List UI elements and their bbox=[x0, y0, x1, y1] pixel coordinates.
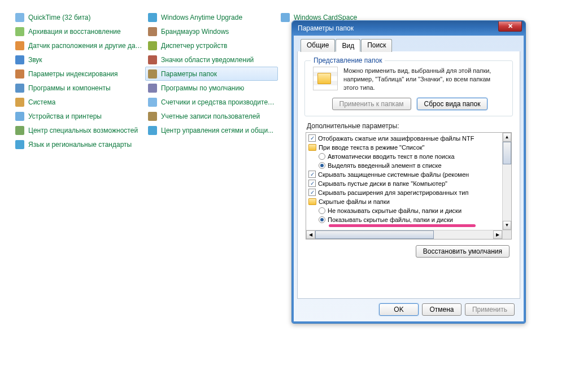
cp-item-sensors[interactable]: Датчик расположения и другие дат... bbox=[12, 38, 145, 53]
tree-row-label: Отображать сжатые или зашифрованные файл… bbox=[318, 135, 474, 142]
cp-item-region[interactable]: Язык и региональные стандарты bbox=[12, 137, 145, 151]
cp-item-label: Система bbox=[28, 98, 55, 106]
tab-label: Общие bbox=[307, 41, 329, 49]
tree-row[interactable]: Отображать сжатые или зашифрованные файл… bbox=[308, 134, 510, 143]
radio[interactable] bbox=[319, 207, 325, 214]
reset-folders-button[interactable]: Сброс вида папок bbox=[417, 98, 488, 110]
cp-item-default-programs[interactable]: Программы по умолчанию bbox=[145, 81, 278, 95]
notification-icon bbox=[147, 55, 158, 65]
cp-item-network[interactable]: Центр управления сетями и общи... bbox=[145, 123, 278, 137]
window-title: Параметры папок bbox=[295, 24, 354, 32]
cp-item-label: Центр специальных возможностей bbox=[28, 127, 138, 134]
tree-row[interactable]: Показывать скрытые файлы, папки и диски bbox=[308, 215, 510, 224]
tree-row[interactable]: Автоматически вводить текст в поле поиск… bbox=[308, 152, 510, 161]
tree-row[interactable]: Скрывать пустые диски в папке "Компьютер… bbox=[308, 179, 510, 188]
tree-row[interactable]: Скрывать защищенные системные файлы (рек… bbox=[308, 170, 510, 179]
tree-row[interactable]: Выделять введенный элемент в списке bbox=[308, 161, 510, 170]
cp-item-label: Звук bbox=[28, 56, 42, 64]
device-manager-icon bbox=[147, 41, 158, 51]
tree-row-label: Скрывать расширения для зарегистрированн… bbox=[318, 189, 468, 196]
tab-search[interactable]: Поиск bbox=[361, 39, 392, 52]
tree-row-label: Автоматически вводить текст в поле поиск… bbox=[328, 153, 455, 160]
cp-item-label: Брандмауэр Windows bbox=[161, 28, 229, 36]
cp-item-label: Параметры индексирования bbox=[28, 70, 117, 78]
cp-item-users[interactable]: Учетные записи пользователей bbox=[145, 109, 278, 123]
sensor-icon bbox=[15, 41, 25, 51]
sound-icon bbox=[15, 55, 25, 65]
folder-icon bbox=[308, 198, 316, 205]
cardspace-icon bbox=[280, 12, 290, 23]
tree-row[interactable]: Скрывать расширения для зарегистрированн… bbox=[308, 188, 510, 197]
cp-item-label: Устройства и принтеры bbox=[28, 112, 102, 120]
checkbox[interactable] bbox=[308, 134, 316, 142]
tab-label: Поиск bbox=[367, 41, 386, 49]
button-label: Восстановить умолчания bbox=[423, 247, 502, 255]
apply-button[interactable]: Применить bbox=[465, 303, 515, 316]
cp-column-1: QuickTime (32 бита) Архивация и восстано… bbox=[12, 10, 145, 151]
cp-item-label: Windows Anytime Upgrade bbox=[161, 14, 242, 21]
hscroll-thumb[interactable] bbox=[315, 230, 434, 239]
cp-item-devices[interactable]: Устройства и принтеры bbox=[12, 109, 145, 123]
tree-row-label: Скрывать пустые диски в папке "Компьютер… bbox=[318, 180, 447, 187]
tree-row[interactable]: Не показывать скрытые файлы, папки и дис… bbox=[308, 206, 510, 215]
cp-item-ease-access[interactable]: Центр специальных возможностей bbox=[12, 123, 145, 137]
ok-button[interactable]: OK bbox=[379, 303, 419, 316]
scroll-right-button[interactable]: ▶ bbox=[493, 230, 502, 239]
cp-item-system[interactable]: Система bbox=[12, 95, 145, 109]
horizontal-scrollbar[interactable]: ◀ ▶ bbox=[306, 230, 502, 239]
tree-row[interactable]: Скрытые файлы и папки bbox=[308, 197, 510, 206]
radio[interactable] bbox=[319, 162, 325, 169]
tree-row-label: Показывать скрытые файлы, папки и диски bbox=[328, 216, 453, 223]
advanced-settings-tree[interactable]: Отображать сжатые или зашифрованные файл… bbox=[306, 132, 512, 239]
tree-row-label: При вводе текста в режиме "Список" bbox=[319, 144, 424, 151]
cp-item-anytime[interactable]: Windows Anytime Upgrade bbox=[145, 10, 278, 24]
scroll-thumb[interactable] bbox=[503, 142, 511, 164]
backup-icon bbox=[15, 27, 25, 37]
tab-content: Представление папок Можно применить вид,… bbox=[297, 51, 520, 299]
cp-item-label: Архивация и восстановление bbox=[28, 28, 121, 36]
cp-item-programs[interactable]: Программы и компоненты bbox=[12, 81, 145, 95]
cp-item-sound[interactable]: Звук bbox=[12, 53, 145, 67]
system-icon bbox=[15, 97, 25, 107]
scroll-down-button[interactable]: ▼ bbox=[503, 221, 511, 230]
checkbox[interactable] bbox=[308, 180, 316, 187]
cp-item-indexing[interactable]: Параметры индексирования bbox=[12, 67, 145, 81]
scroll-left-button[interactable]: ◀ bbox=[306, 230, 315, 239]
checkbox[interactable] bbox=[308, 171, 316, 178]
cp-item-folder-options[interactable]: Параметры папок bbox=[145, 67, 278, 81]
titlebar[interactable]: Параметры папок ✕ bbox=[292, 21, 525, 36]
folder-options-icon bbox=[147, 69, 158, 79]
tree-row[interactable]: При вводе текста в режиме "Список" bbox=[308, 143, 510, 152]
folder-views-description: Можно применить вид, выбранный для этой … bbox=[343, 67, 507, 92]
cp-item-tray-icons[interactable]: Значки области уведомлений bbox=[145, 53, 278, 67]
printer-icon bbox=[15, 111, 25, 121]
cp-item-label: Значки области уведомлений bbox=[161, 56, 254, 64]
dialog-button-row: OK Отмена Применить bbox=[297, 299, 520, 321]
cp-item-label: Язык и региональные стандарты bbox=[28, 141, 132, 149]
folder-icon bbox=[308, 144, 316, 151]
restore-defaults-button[interactable]: Восстановить умолчания bbox=[416, 245, 510, 258]
checkbox[interactable] bbox=[308, 189, 316, 196]
tab-general[interactable]: Общие bbox=[301, 39, 335, 52]
cp-item-label: Датчик расположения и другие дат... bbox=[28, 42, 143, 50]
radio[interactable] bbox=[319, 216, 325, 223]
tree-row-label: Скрывать защищенные системные файлы (рек… bbox=[318, 171, 469, 178]
cp-item-backup[interactable]: Архивация и восстановление bbox=[12, 24, 145, 38]
advanced-settings-label: Дополнительные параметры: bbox=[307, 122, 514, 130]
radio[interactable] bbox=[319, 153, 325, 160]
vertical-scrollbar[interactable]: ▲ ▼ bbox=[502, 133, 511, 239]
cp-item-firewall[interactable]: Брандмауэр Windows bbox=[145, 24, 278, 38]
cp-item-quicktime[interactable]: QuickTime (32 бита) bbox=[12, 10, 145, 24]
performance-icon bbox=[147, 97, 158, 107]
cp-item-label: Счетчики и средства производител... bbox=[161, 98, 276, 106]
cp-item-perf[interactable]: Счетчики и средства производител... bbox=[145, 95, 278, 109]
apply-to-folders-button[interactable]: Применить к папкам bbox=[332, 98, 411, 110]
tab-strip: Общие Вид Поиск bbox=[297, 39, 520, 52]
folder-views-group: Представление папок Можно применить вид,… bbox=[304, 60, 513, 116]
cancel-button[interactable]: Отмена bbox=[422, 303, 461, 316]
cp-item-devmgr[interactable]: Диспетчер устройств bbox=[145, 38, 278, 53]
close-button[interactable]: ✕ bbox=[498, 21, 522, 32]
tab-view[interactable]: Вид bbox=[336, 39, 360, 52]
cp-item-label: Центр управления сетями и общи... bbox=[161, 127, 273, 134]
scroll-up-button[interactable]: ▲ bbox=[503, 133, 511, 142]
